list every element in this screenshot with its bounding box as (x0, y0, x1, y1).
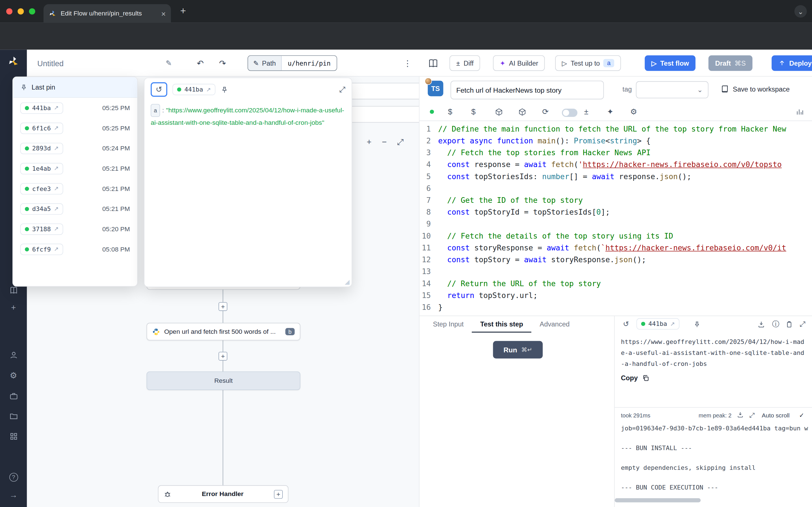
pin-list-item[interactable]: 1e4ab↗05:21 PM (13, 158, 137, 179)
run-id-chip[interactable]: 1e4ab↗ (20, 163, 63, 174)
maximize-window-button[interactable] (29, 8, 35, 14)
step-b-node[interactable]: Open url and fetch first 500 words of ..… (147, 323, 301, 340)
add-item-icon[interactable]: + (0, 303, 27, 313)
code-line[interactable]: 1// Define the main function to fetch th… (419, 123, 812, 135)
expand-popup-icon[interactable]: ⤢ (339, 85, 345, 94)
undo-button[interactable]: ↶ (197, 50, 204, 76)
new-tab-button[interactable]: + (180, 5, 186, 16)
open-run-icon[interactable]: ↗ (54, 165, 59, 172)
result-node[interactable]: Result (147, 372, 301, 390)
code-line[interactable]: 16} (419, 302, 812, 314)
library-panel-icon[interactable] (796, 108, 804, 116)
pin-list-item[interactable]: 2893d↗05:24 PM (13, 138, 137, 158)
draft-button[interactable]: Draft ⌘S (709, 55, 753, 71)
more-menu-icon[interactable]: ⋮ (403, 50, 412, 76)
collapse-sidebar-icon[interactable]: → (0, 490, 27, 500)
reset-icon[interactable]: ⟳ (542, 107, 549, 116)
code-line[interactable]: 3 // Fetch the top stories from Hacker N… (419, 147, 812, 159)
fit-view-icon[interactable]: ⤢ (397, 138, 404, 147)
open-run-icon[interactable]: ↗ (670, 321, 675, 327)
help-icon[interactable]: ? (0, 472, 27, 482)
save-to-workspace-button[interactable]: Save to workspace (721, 85, 790, 93)
flow-title[interactable]: Untitled (37, 50, 63, 76)
folders-icon[interactable] (0, 411, 27, 421)
add-error-handler-button[interactable]: + (274, 490, 283, 498)
run-id-chip[interactable]: 6f1c6↗ (20, 122, 63, 133)
code-line[interactable]: 15 return topStory.url; (419, 290, 812, 302)
test-up-to-button[interactable]: ▷ Test up to a (555, 55, 621, 71)
tag-select[interactable]: ⌄ (636, 81, 709, 98)
pin-list-item[interactable]: 441ba↗05:25 PM (13, 98, 137, 118)
history-button[interactable]: ↺ (151, 82, 167, 97)
pin-list-item[interactable]: cfee3↗05:21 PM (13, 179, 137, 199)
auto-scroll-label[interactable]: Auto scroll (762, 412, 790, 418)
run-id-chip[interactable]: 6fcf9↗ (20, 243, 63, 255)
code-line[interactable]: 9 (419, 218, 812, 230)
docs-book-icon[interactable] (428, 50, 438, 76)
diff-mode-icon[interactable]: ± (584, 107, 589, 116)
insert-step-button[interactable]: + (218, 352, 227, 360)
run-id-chip[interactable]: 441ba ↗ (637, 318, 679, 330)
run-id-chip[interactable]: 2893d↗ (20, 143, 63, 154)
open-run-icon[interactable]: ↗ (54, 105, 59, 111)
run-id-chip[interactable]: cfee3↗ (20, 183, 63, 194)
tab-search-icon[interactable]: ⌄ (795, 5, 807, 17)
tab-step-input[interactable]: Step Input (424, 316, 472, 333)
code-line[interactable]: 14 // Return the URL of the top story (419, 278, 812, 290)
code-editor[interactable]: 1// Define the main function to fetch th… (419, 121, 812, 316)
code-line[interactable]: 11 const storyResponse = await fetch(`ht… (419, 242, 812, 254)
settings-gear-icon[interactable]: ⚙ (0, 371, 27, 380)
code-line[interactable]: 13 (419, 266, 812, 278)
open-run-icon[interactable]: ↗ (54, 185, 59, 192)
download-logs-icon[interactable] (737, 411, 744, 418)
run-id-chip[interactable]: d34a5↗ (20, 203, 63, 214)
edit-title-pencil-icon[interactable]: ✎ (166, 50, 172, 76)
user-icon[interactable] (0, 350, 27, 360)
step-summary-input[interactable] (451, 81, 604, 100)
history-icon[interactable]: ↺ (623, 320, 629, 328)
windmill-logo[interactable] (0, 56, 27, 67)
tab-test-this-step[interactable]: Test this step (472, 316, 531, 333)
open-run-icon[interactable]: ↗ (54, 125, 59, 131)
run-button[interactable]: Run ⌘↵ (493, 341, 543, 358)
pin-list-item[interactable]: d34a5↗05:21 PM (13, 199, 137, 219)
flow-input-node[interactable] (342, 83, 419, 100)
tab-close-icon[interactable]: × (161, 10, 166, 17)
open-run-icon[interactable]: ↗ (54, 226, 59, 232)
copy-result-button[interactable]: Copy (621, 374, 649, 382)
pin-icon[interactable] (693, 321, 701, 328)
insert-step-button[interactable]: + (218, 302, 227, 311)
package-icon[interactable] (495, 108, 503, 116)
code-line[interactable]: 2export async function main(): Promise<s… (419, 135, 812, 147)
close-window-button[interactable] (6, 8, 12, 14)
path-control[interactable]: ✎Path u/henri/pin (248, 55, 338, 71)
apps-grid-icon[interactable] (0, 432, 27, 441)
code-line[interactable]: 7 // Get the ID of the top story (419, 194, 812, 207)
flow-node-partial[interactable] (342, 106, 419, 123)
run-id-chip[interactable]: 441ba↗ (20, 102, 63, 114)
diff-button[interactable]: ± Diff (449, 55, 480, 71)
code-line[interactable]: 5 const topStoriesIds: number[] = await … (419, 171, 812, 182)
run-id-chip[interactable]: 37188↗ (20, 223, 63, 235)
open-run-icon[interactable]: ↗ (54, 205, 59, 212)
horizontal-scrollbar[interactable] (615, 498, 701, 503)
pin-list-item[interactable]: 6fcf9↗05:08 PM (13, 239, 137, 260)
zoom-in-icon[interactable]: + (366, 138, 371, 147)
resources-icon[interactable]: $ (471, 107, 475, 116)
expand-logs-icon[interactable]: ⤢ (749, 411, 755, 419)
editor-settings-gear-icon[interactable]: ⚙ (630, 107, 637, 116)
browser-tab[interactable]: Edit Flow u/henri/pin_results × (43, 4, 171, 23)
open-run-icon[interactable]: ↗ (206, 86, 211, 93)
open-run-icon[interactable]: ↗ (54, 145, 59, 152)
deploy-button[interactable]: Deploy (772, 55, 812, 71)
error-handler-node[interactable]: Error Handler + (158, 485, 289, 503)
code-line[interactable]: 12 const topStory = await storyResponse.… (419, 254, 812, 266)
editor-toggle[interactable] (562, 109, 577, 117)
download-icon[interactable] (758, 321, 765, 328)
test-flow-button[interactable]: ▷ Test flow (645, 55, 696, 71)
pin-list-item[interactable]: 37188↗05:20 PM (13, 219, 137, 239)
package-icon[interactable] (518, 108, 526, 116)
auto-scroll-check-icon[interactable]: ✓ (799, 412, 804, 419)
pin-icon[interactable] (221, 86, 229, 94)
clipboard-icon[interactable] (785, 321, 793, 328)
